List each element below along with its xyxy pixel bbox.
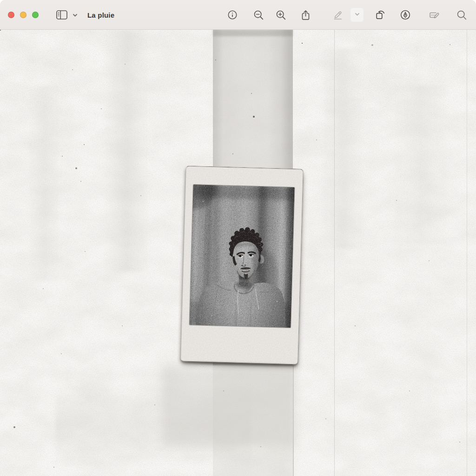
- info-button[interactable]: [224, 7, 241, 23]
- share-button[interactable]: [297, 7, 314, 23]
- window-title: La pluie: [87, 0, 114, 30]
- share-icon: [300, 9, 311, 20]
- magnifier-minus-icon: [253, 10, 264, 20]
- zoom-in-button[interactable]: [272, 7, 289, 23]
- info-icon: [227, 10, 238, 20]
- annotate-button[interactable]: [397, 7, 414, 23]
- autofill-form-icon: [429, 9, 440, 20]
- polaroid-photo: [180, 166, 304, 365]
- paper-specks: [0, 30, 1, 31]
- chevron-down-icon: [72, 12, 78, 18]
- search-icon: [456, 10, 467, 20]
- fullscreen-button[interactable]: [32, 12, 39, 18]
- sidebar-chevron-button[interactable]: [70, 7, 80, 22]
- rotate-left-button[interactable]: [372, 7, 389, 23]
- instant-photo: [189, 185, 294, 328]
- window-toolbar: La pluie: [0, 0, 476, 30]
- chevron-down-icon: [354, 11, 360, 19]
- pen-nib-circle-icon: [400, 9, 411, 20]
- markup-options-button[interactable]: [350, 8, 364, 22]
- sidebar-icon: [56, 9, 68, 20]
- minimize-button[interactable]: [20, 12, 26, 18]
- image-canvas[interactable]: [0, 30, 476, 476]
- scan-shadow: [163, 367, 295, 445]
- markup-button[interactable]: [330, 7, 346, 23]
- scan-line: [334, 30, 335, 476]
- ghost-streak: [28, 86, 60, 281]
- sidebar-toggle-button[interactable]: [54, 7, 70, 22]
- magnifier-plus-icon: [276, 10, 286, 20]
- ghost-streak: [393, 86, 449, 244]
- portrait-illustration: [189, 185, 294, 328]
- markup-pencil-icon: [332, 9, 344, 20]
- search-button[interactable]: [453, 7, 470, 23]
- rotate-left-icon: [375, 9, 386, 20]
- zoom-out-button[interactable]: [250, 7, 267, 23]
- ghost-streak: [105, 30, 149, 271]
- preview-window: La pluie: [0, 0, 476, 476]
- scan-line: [467, 30, 467, 476]
- autofill-button[interactable]: [426, 7, 443, 23]
- close-button[interactable]: [8, 12, 14, 18]
- ghost-streak: [321, 48, 365, 248]
